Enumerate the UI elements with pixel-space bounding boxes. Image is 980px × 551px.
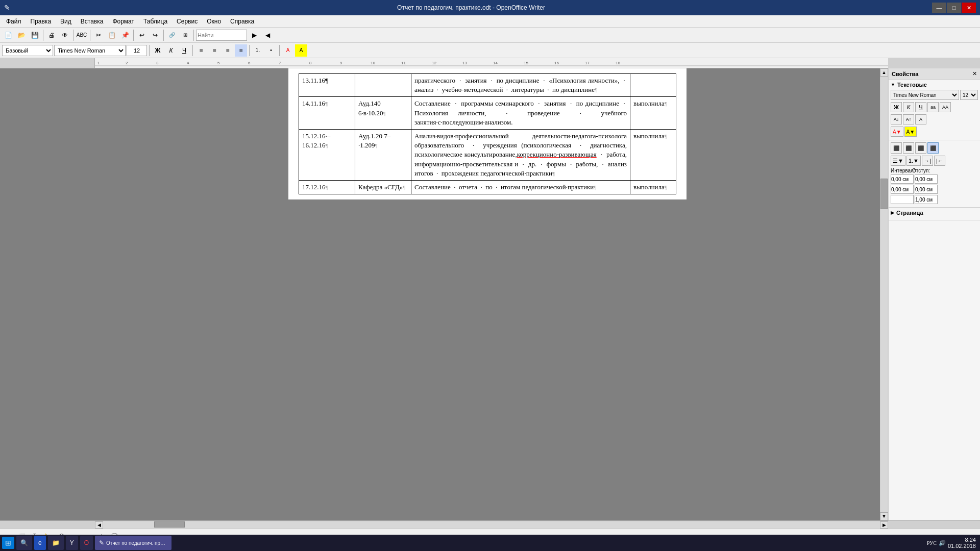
taskbar-browser2[interactable]: Y [66,536,78,550]
minimize-button[interactable]: — [932,3,946,13]
find-next-button[interactable]: ▶ [248,29,260,41]
redo-button[interactable]: ↪ [149,29,161,41]
panel-align-justify[interactable]: ⬛ [927,142,939,154]
panel-align-left[interactable]: ⬛ [891,142,902,154]
menu-edit[interactable]: Правка [27,17,56,26]
first-line-input[interactable] [915,195,938,204]
print-button[interactable]: 🖨 [45,29,58,41]
font-size-input[interactable]: 12 [127,45,147,56]
align-left-button[interactable]: ≡ [195,44,207,57]
scroll-right-button[interactable]: ▶ [880,521,888,529]
style-select[interactable]: Базовый [2,45,53,56]
menu-window[interactable]: Окно [203,17,225,26]
menu-file[interactable]: Файл [2,17,26,26]
svg-text:2: 2 [126,61,128,65]
preview-button[interactable]: 👁 [59,29,71,41]
panel-align-right[interactable]: ⬛ [915,142,926,154]
scroll-down-button[interactable]: ▼ [880,512,888,520]
font-select[interactable]: Times New Roman [54,45,126,56]
start-button[interactable]: ⊞ [2,537,14,549]
italic-button[interactable]: К [165,44,177,57]
scroll-thumb[interactable] [880,179,888,209]
toolbar-1: 📄 📂 💾 🖨 👁 ABC ✂ 📋 📌 ↩ ↪ 🔗 ⊞ ▶ ◀ [0,28,980,43]
taskbar-writer[interactable]: ✎ Отчет по педагогич. практике.odt [95,536,172,550]
hyperlink-button[interactable]: 🔗 [166,29,178,41]
hscrollbar[interactable]: ◀ ▶ [95,521,888,529]
taskbar-edge[interactable]: e [34,536,46,550]
menu-view[interactable]: Вид [56,17,76,26]
ruler-track[interactable]: 1 2 3 4 5 6 7 8 9 10 11 12 13 14 15 16 1… [95,58,888,68]
panel-list-button[interactable]: ☰▼ [891,156,905,166]
panel-indent-less[interactable]: |← [934,156,945,166]
svg-text:12: 12 [432,61,436,65]
panel-caps-button[interactable]: АА [940,102,951,112]
table-button[interactable]: ⊞ [179,29,191,41]
cut-button[interactable]: ✂ [92,29,105,41]
page-section-header[interactable]: ▶ Страница [891,210,978,216]
find-input[interactable] [196,30,247,41]
panel-underline-button[interactable]: Ч [915,102,926,112]
text-section-header[interactable]: ▼ Текстовые [891,82,978,88]
window-title: Отчет по педагогич. практике.odt - OpenO… [10,4,932,11]
open-button[interactable]: 📂 [15,29,28,41]
panel-align-center[interactable]: ⬛ [903,142,914,154]
panel-italic-button[interactable]: К [903,102,914,112]
highlight-button[interactable]: A [295,44,307,57]
indent-after-input[interactable] [915,185,938,194]
app-icon: ✎ [4,4,10,12]
svg-text:16: 16 [554,61,559,65]
align-right-button[interactable]: ≡ [222,44,234,57]
scroll-left-button[interactable]: ◀ [95,521,103,529]
panel-bold-button[interactable]: Ж [891,102,902,112]
menu-insert[interactable]: Вставка [77,17,108,26]
close-button[interactable]: ✕ [962,3,976,13]
taskbar-clock: 8:24 01.02.2018 [948,537,978,549]
font-color-button[interactable]: A [282,44,294,57]
taskbar-opera[interactable]: O [80,536,93,550]
line-spacing-input[interactable] [891,195,914,204]
panel-numbering-button[interactable]: 1.▼ [906,156,921,166]
panel-superscript-button[interactable]: А↑ [903,114,914,124]
svg-text:15: 15 [524,61,528,65]
save-button[interactable]: 💾 [29,29,41,41]
undo-button[interactable]: ↩ [136,29,148,41]
panel-highlight-button[interactable]: A▼ [904,127,917,137]
find-prev-button[interactable]: ◀ [261,29,274,41]
align-center-button[interactable]: ≡ [208,44,220,57]
numbering-button[interactable]: 1. [252,44,264,57]
bold-button[interactable]: Ж [152,44,164,57]
panel-size-select[interactable]: 12 [960,90,978,100]
menu-table[interactable]: Таблица [139,17,172,26]
paste-button[interactable]: 📌 [119,29,131,41]
panel-font-select[interactable]: Times New Roman [891,90,959,100]
hscroll-thumb[interactable] [154,521,185,528]
properties-close-button[interactable]: ✕ [972,70,977,77]
copy-button[interactable]: 📋 [106,29,118,41]
spacing-above-input[interactable] [891,174,914,184]
taskbar-explorer[interactable]: 📁 [48,536,64,550]
vertical-scrollbar[interactable]: ▲ ▼ [880,68,888,520]
left-margin [0,68,95,520]
hscroll-track[interactable] [103,521,880,529]
spacing-below-input[interactable] [891,185,914,194]
new-button[interactable]: 📄 [2,29,14,41]
scroll-track[interactable] [880,77,888,512]
indent-before-input[interactable] [915,174,938,184]
taskbar-search[interactable]: 🔍 [16,536,32,550]
panel-subscript-button[interactable]: А↓ [891,114,902,124]
panel-smallcaps-button[interactable]: аа [927,102,939,112]
maximize-button[interactable]: □ [947,3,961,13]
panel-indent-more[interactable]: →| [922,156,933,166]
menu-format[interactable]: Формат [108,17,138,26]
bullets-button[interactable]: • [265,44,277,57]
panel-fontcolor-button[interactable]: A▼ [891,127,903,137]
panel-shadow-button[interactable]: A [915,114,926,124]
spellcheck-button[interactable]: ABC [76,29,88,41]
align-buttons: ⬛ ⬛ ⬛ ⬛ [891,142,978,154]
content-cell: Анализ·видов·профессиональной деятельнос… [411,129,630,180]
menu-help[interactable]: Справка [226,17,258,26]
scroll-up-button[interactable]: ▲ [880,68,888,77]
underline-button[interactable]: Ч [178,44,190,57]
menu-tools[interactable]: Сервис [173,17,202,26]
align-justify-button[interactable]: ≡ [235,44,247,57]
